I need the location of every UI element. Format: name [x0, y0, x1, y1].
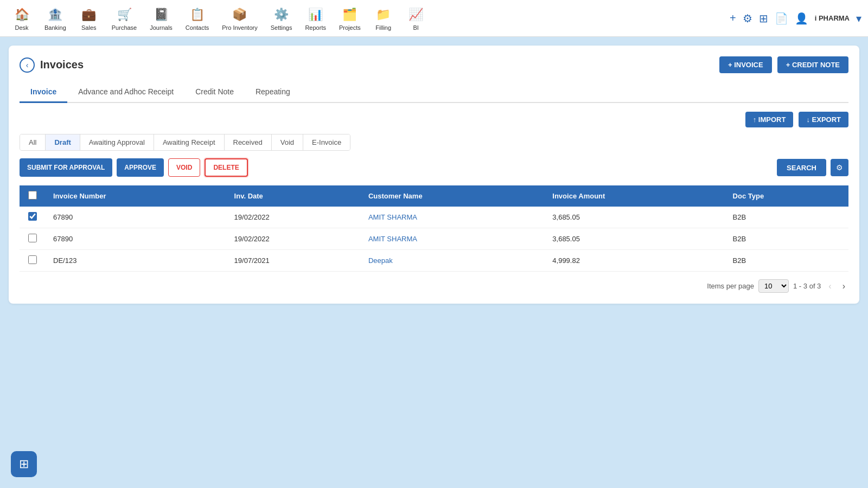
- user-avatar-icon[interactable]: 👤: [795, 12, 808, 25]
- status-tab-all[interactable]: All: [20, 134, 46, 150]
- customer-link[interactable]: AMIT SHARMA: [368, 235, 417, 243]
- plus-icon[interactable]: +: [730, 12, 736, 24]
- tab-credit-note[interactable]: Credit Note: [184, 82, 245, 103]
- table-row: DE/123 19/07/2021 Deepak 4,999.82 B2B: [20, 250, 848, 272]
- nav-item-reports[interactable]: 📊 Reports: [299, 3, 331, 34]
- invoices-table: Invoice Number Inv. Date Customer Name I…: [20, 185, 848, 272]
- bi-icon: 📈: [407, 6, 425, 23]
- back-button[interactable]: ‹: [20, 57, 35, 73]
- nav-item-pro-inventory[interactable]: 📦 Pro Inventory: [216, 3, 263, 34]
- banking-icon: 🏦: [47, 6, 64, 23]
- contacts-icon: 📋: [189, 6, 206, 23]
- submit-for-approval-button[interactable]: SUBMIT FOR APPROVAL: [20, 158, 112, 177]
- page-card: ‹ Invoices + INVOICE + CREDIT NOTE Invoi…: [9, 46, 859, 304]
- pagination-prev-button[interactable]: ‹: [825, 280, 834, 292]
- invoice-number-header: Invoice Number: [46, 185, 227, 207]
- gear-settings-icon[interactable]: ⚙: [743, 12, 752, 25]
- inv-date-cell: 19/02/2022: [227, 207, 361, 228]
- delete-button[interactable]: DELETE: [205, 158, 247, 177]
- invoice-amount-cell: 3,685.05: [545, 228, 725, 250]
- table-row: 67890 19/02/2022 AMIT SHARMA 3,685.05 B2…: [20, 228, 848, 250]
- approve-button[interactable]: APPROVE: [117, 158, 164, 177]
- left-buttons: SUBMIT FOR APPROVAL APPROVE VOID DELETE: [20, 158, 248, 177]
- status-tab-awaiting-approval[interactable]: Awaiting Approval: [80, 134, 154, 150]
- pro-inventory-icon: 📦: [231, 6, 248, 23]
- nav-item-sales[interactable]: 💼 Sales: [74, 3, 104, 34]
- nav-item-purchase[interactable]: 🛒 Purchase: [106, 3, 142, 34]
- nav-item-settings[interactable]: ⚙️ Settings: [265, 3, 298, 34]
- table-header-row: Invoice Number Inv. Date Customer Name I…: [20, 185, 848, 207]
- nav-item-banking[interactable]: 🏦 Banking: [39, 3, 72, 34]
- main-content: ‹ Invoices + INVOICE + CREDIT NOTE Invoi…: [0, 37, 868, 312]
- import-button[interactable]: ↑ IMPORT: [745, 112, 794, 127]
- void-button[interactable]: VOID: [168, 158, 200, 177]
- status-tab-awaiting-receipt[interactable]: Awaiting Receipt: [154, 134, 225, 150]
- customer-name-cell: AMIT SHARMA: [361, 207, 545, 228]
- row-checkbox[interactable]: [28, 255, 37, 264]
- inv-date-cell: 19/02/2022: [227, 228, 361, 250]
- nav-item-projects[interactable]: 🗂️ Projects: [334, 3, 366, 34]
- pagination-next-button[interactable]: ›: [839, 280, 848, 292]
- row-checkbox-cell: [20, 250, 46, 272]
- page-tabs: Invoice Advance and Adhoc Receipt Credit…: [20, 82, 848, 103]
- nav-label-reports: Reports: [305, 24, 326, 31]
- status-tab-received[interactable]: Received: [225, 134, 272, 150]
- chevron-down-icon[interactable]: ▾: [856, 12, 861, 25]
- pagination-row: Items per page 10 25 50 100 1 - 3 of 3 ‹…: [20, 279, 848, 293]
- nav-item-bi[interactable]: 📈 BI: [401, 3, 431, 34]
- doc-icon[interactable]: 📄: [775, 12, 788, 25]
- purchase-icon: 🛒: [116, 6, 133, 23]
- customer-name-header: Customer Name: [361, 185, 545, 207]
- row-checkbox[interactable]: [28, 212, 37, 221]
- invoice-amount-cell: 3,685.05: [545, 207, 725, 228]
- bottom-grid-button[interactable]: ⊞: [11, 451, 37, 477]
- right-buttons: SEARCH ⚙: [777, 159, 848, 176]
- nav-label-projects: Projects: [339, 24, 361, 31]
- table-row: 67890 19/02/2022 AMIT SHARMA 3,685.05 B2…: [20, 207, 848, 228]
- nav-item-filling[interactable]: 📁 Filling: [368, 3, 399, 34]
- page-title: Invoices: [40, 59, 84, 71]
- grid-icon[interactable]: ⊞: [759, 12, 768, 25]
- action-button-row: SUBMIT FOR APPROVAL APPROVE VOID DELETE …: [20, 158, 848, 177]
- reports-icon: 📊: [307, 6, 324, 23]
- export-button[interactable]: ↓ EXPORT: [799, 112, 848, 127]
- inv-date-cell: 19/07/2021: [227, 250, 361, 272]
- nav-item-desk[interactable]: 🏠 Desk: [7, 3, 37, 34]
- tab-invoice[interactable]: Invoice: [20, 82, 67, 103]
- status-tab-e-invoice[interactable]: E-Invoice: [303, 134, 350, 150]
- journals-icon: 📓: [152, 6, 170, 23]
- row-checkbox[interactable]: [28, 234, 37, 242]
- sales-icon: 💼: [80, 6, 98, 23]
- top-navigation: 🏠 Desk 🏦 Banking 💼 Sales 🛒 Purchase 📓 Jo…: [0, 0, 868, 37]
- tab-repeating[interactable]: Repeating: [245, 82, 301, 103]
- status-tab-draft[interactable]: Draft: [46, 134, 80, 150]
- customer-link[interactable]: AMIT SHARMA: [368, 213, 417, 221]
- tab-advance[interactable]: Advance and Adhoc Receipt: [67, 82, 184, 103]
- doc-type-cell: B2B: [725, 207, 848, 228]
- nav-right: + ⚙ ⊞ 📄 👤 i PHARMA ▾: [730, 12, 861, 25]
- row-checkbox-cell: [20, 228, 46, 250]
- doc-type-cell: B2B: [725, 250, 848, 272]
- search-button[interactable]: SEARCH: [777, 159, 826, 176]
- invoice-number-cell: 67890: [46, 207, 227, 228]
- nav-item-journals[interactable]: 📓 Journals: [144, 3, 178, 34]
- invoice-amount-header: Invoice Amount: [545, 185, 725, 207]
- gear-button[interactable]: ⚙: [831, 159, 848, 176]
- items-per-page-select[interactable]: 10 25 50 100: [758, 279, 789, 293]
- nav-items: 🏠 Desk 🏦 Banking 💼 Sales 🛒 Purchase 📓 Jo…: [7, 3, 431, 34]
- status-tab-void[interactable]: Void: [272, 134, 303, 150]
- nav-item-contacts[interactable]: 📋 Contacts: [180, 3, 214, 34]
- customer-link[interactable]: Deepak: [368, 256, 393, 265]
- inv-date-header: Inv. Date: [227, 185, 361, 207]
- import-export-row: ↑ IMPORT ↓ EXPORT: [20, 112, 848, 127]
- nav-label-purchase: Purchase: [112, 24, 137, 31]
- nav-label-bi: BI: [413, 24, 419, 31]
- select-all-checkbox[interactable]: [28, 191, 37, 200]
- company-name[interactable]: i PHARMA: [815, 14, 850, 22]
- add-credit-note-button[interactable]: + CREDIT NOTE: [777, 56, 848, 73]
- row-checkbox-cell: [20, 207, 46, 228]
- doc-type-cell: B2B: [725, 228, 848, 250]
- nav-label-banking: Banking: [44, 24, 66, 31]
- customer-name-cell: Deepak: [361, 250, 545, 272]
- add-invoice-button[interactable]: + INVOICE: [719, 56, 772, 73]
